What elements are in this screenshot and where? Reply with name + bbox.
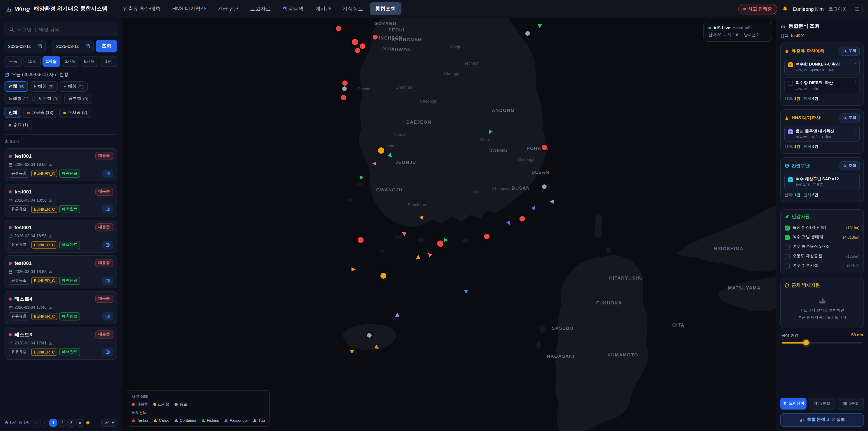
auto-refresh-icon[interactable] [87, 421, 90, 424]
analysis-item[interactable]: ✓ 울산 톨루엔 대기확산 ALOHA · 15L/h · 1.2km × [784, 125, 860, 142]
page-button-1[interactable]: 1 [50, 419, 57, 427]
status-filter-chip[interactable]: 전체 [4, 107, 21, 118]
section-query-button[interactable]: 조회 [839, 113, 860, 122]
item-checkbox[interactable] [785, 244, 790, 249]
incident-card[interactable]: test001 대응중 2026-03-04 19:00 유류유출BUNKER_… [4, 148, 117, 181]
range-button[interactable]: 3개월 [62, 56, 79, 67]
incident-open-button[interactable] [102, 170, 113, 178]
prev-page-button[interactable]: ‹ [40, 419, 48, 427]
view-mode-button-1[interactable]: 2분할 [809, 398, 835, 409]
map-marker-incident[interactable] [341, 95, 346, 100]
item-checkbox[interactable] [788, 81, 793, 86]
page-size-select[interactable]: 6건▾ [101, 419, 117, 427]
range-button[interactable]: 15일 [24, 56, 41, 67]
map-marker-incident[interactable] [352, 39, 358, 45]
analysis-item[interactable]: ✓ 여수 해상구난 SAR #12 SAROPS · 표류중 × [784, 174, 860, 190]
region-filter-chip[interactable]: 중부청(0) [64, 94, 92, 104]
map-marker-incident[interactable] [525, 31, 530, 36]
region-filter-chip[interactable]: 남해청(3) [30, 81, 58, 92]
incident-open-button[interactable] [102, 348, 113, 356]
sensitive-resource-row[interactable]: ✓ 돌산 어장(김·전복) (131ha) [784, 223, 860, 232]
map-marker-incident[interactable] [381, 273, 386, 279]
item-remove-button[interactable]: × [854, 80, 857, 84]
nav-item-7[interactable]: 통합조회 [370, 2, 401, 16]
incident-card[interactable]: 테스트4 대응중 2026-03-04 17:45 유류유출BUNKER_C예측… [4, 291, 117, 324]
map-marker-incident[interactable] [367, 333, 371, 337]
map-marker-incident[interactable] [336, 26, 341, 31]
item-checkbox[interactable]: ✓ [788, 177, 793, 182]
incident-card[interactable]: test001 대응중 2026-03-04 18:58 유류유출BUNKER_… [4, 220, 117, 253]
run-analysis-button[interactable]: 통합 분석 비교 실행 [780, 413, 864, 427]
incident-open-button[interactable] [102, 312, 113, 320]
page-button-3[interactable]: 3 [68, 419, 75, 427]
item-remove-button[interactable]: × [854, 128, 857, 132]
item-checkbox[interactable]: ✓ [785, 225, 790, 230]
analysis-item[interactable]: 여수항 DIESEL 확산 GNOME · 30kL × [784, 78, 860, 94]
nav-item-1[interactable]: HNS·대기확산 [167, 2, 211, 16]
incident-open-button[interactable] [102, 205, 113, 213]
sensitive-resource-row[interactable]: 여수 해수욕장 3개소 [784, 242, 860, 251]
map-marker-incident[interactable] [542, 184, 547, 189]
search-input[interactable] [17, 27, 113, 32]
status-filter-chip[interactable]: 대응중 (13) [23, 107, 57, 118]
date-from-input[interactable]: 2026-02-11 [4, 40, 45, 53]
sensitive-resource-row[interactable]: 오동도 해상공원 (125ha) [784, 251, 860, 261]
region-filter-chip[interactable]: 전체16 [4, 81, 28, 92]
range-button[interactable]: 1년 [100, 56, 117, 67]
region-filter-chip[interactable]: 제주청(0) [34, 94, 62, 104]
item-remove-button[interactable]: × [854, 61, 857, 65]
map-marker-incident[interactable] [484, 234, 490, 239]
ais-overlay[interactable]: AIS Live MarineTraffic 선박 20·사고 6·방제선 2 [704, 22, 772, 41]
section-query-button[interactable]: 조회 [839, 47, 860, 56]
incident-open-button[interactable] [102, 277, 113, 285]
radius-slider[interactable] [782, 342, 863, 343]
incident-open-button[interactable] [102, 241, 113, 249]
nav-item-3[interactable]: 보고자료 [245, 2, 276, 16]
incident-card[interactable]: test001 대응중 2026-03-04 18:58 유류유출BUNKER_… [4, 184, 117, 217]
view-mode-button-0[interactable]: 오버레이 [780, 398, 807, 409]
first-page-button[interactable]: « [31, 419, 39, 427]
nav-item-2[interactable]: 긴급구난 [212, 2, 244, 16]
date-to-input[interactable]: 2026-03-11 [53, 40, 94, 53]
item-checkbox[interactable]: ✓ [788, 62, 793, 67]
map-marker-incident[interactable] [342, 81, 348, 86]
map-marker-incident[interactable] [373, 35, 377, 39]
incident-card[interactable]: 테스트3 대응중 2026-03-04 17:41 유류유출BUNKER_C예측… [4, 327, 117, 360]
map-marker-incident[interactable] [541, 145, 547, 150]
status-filter-chip[interactable]: 종료 (1) [4, 120, 32, 130]
map-marker-incident[interactable] [378, 147, 384, 154]
item-checkbox[interactable] [785, 263, 790, 268]
incident-card[interactable]: test001 대응중 2026-03-04 18:58 유류유출BUNKER_… [4, 255, 117, 288]
map[interactable]: GOYANGSEOULINCHEONSEONGNAMAnsanSUWONWonj… [122, 18, 776, 431]
region-filter-chip[interactable]: 서해청(1) [59, 81, 88, 92]
item-checkbox[interactable] [785, 254, 790, 259]
incident-alert-badge[interactable]: 사고 진행중 [738, 3, 777, 14]
section-query-button[interactable]: 조회 [839, 161, 860, 171]
map-marker-incident[interactable] [437, 241, 443, 247]
logout-button[interactable]: 로그아웃 [829, 6, 847, 12]
range-button[interactable]: 1개월 [43, 56, 60, 67]
nav-item-0[interactable]: 유출유 확산예측 [117, 2, 166, 16]
date-query-button[interactable]: 조회 [96, 40, 117, 53]
nav-item-6[interactable]: 기상정보 [337, 2, 369, 16]
map-marker-incident[interactable] [355, 48, 360, 53]
item-remove-button[interactable]: × [854, 176, 857, 180]
next-page-button[interactable]: ▶ [76, 419, 84, 427]
range-button[interactable]: 오늘 [4, 56, 22, 67]
range-button[interactable]: 6개월 [81, 56, 98, 67]
analysis-item[interactable]: ✓ 여수항 BUNKER-C 확산 GNOME·OpenDrift · 150k… [784, 59, 860, 75]
map-marker-incident[interactable] [358, 237, 364, 243]
map-marker-incident[interactable] [342, 86, 346, 91]
status-filter-chip[interactable]: 조사중 (2) [59, 107, 91, 118]
item-checkbox[interactable]: ✓ [785, 235, 790, 240]
bell-icon[interactable] [782, 6, 788, 12]
nav-item-4[interactable]: 항공탐색 [277, 2, 309, 16]
map-marker-incident[interactable] [360, 43, 365, 49]
radius-slider-knob[interactable] [803, 340, 809, 345]
view-mode-button-2[interactable]: 3분할 [837, 398, 864, 409]
sensitive-resource-row[interactable]: 여수 취수시설 (3개소) [784, 261, 860, 270]
region-filter-chip[interactable]: 동해청(1) [4, 94, 33, 104]
item-checkbox[interactable]: ✓ [788, 129, 793, 134]
menu-button[interactable] [852, 3, 863, 14]
page-button-2[interactable]: 2 [59, 419, 66, 427]
